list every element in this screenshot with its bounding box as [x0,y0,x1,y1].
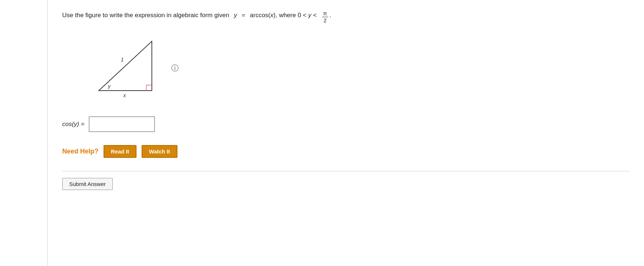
triangle-svg: 1 y x [84,34,165,103]
answer-input[interactable] [89,117,155,132]
figure-area: 1 y x ⓘ [62,34,629,105]
hypotenuse-label: 1 [121,56,124,62]
fraction-numerator: π [322,10,328,17]
need-help-row: Need Help? Read It Watch It [62,145,629,158]
main-content: Use the figure to write the expression i… [48,0,644,266]
question-period: . [330,10,332,20]
triangle-container: 1 y x [84,34,165,105]
answer-row: cos(y) = [62,117,629,132]
question-math-eq: = [242,10,245,20]
question-math-y: y [234,10,237,20]
question-math-func: arccos(x), where 0 < y < [250,10,317,20]
page-container: Use the figure to write the expression i… [0,0,644,266]
read-it-button[interactable]: Read It [104,145,136,158]
cos-label: cos(y) = [62,121,85,128]
info-icon[interactable]: ⓘ [171,63,179,73]
base-label: x [123,92,126,98]
question-prefix: Use the figure to write the expression i… [62,10,229,20]
question-text: Use the figure to write the expression i… [62,10,629,24]
submit-answer-button[interactable]: Submit Answer [62,178,113,190]
left-border [0,0,48,266]
right-angle-mark [146,85,152,91]
triangle-shape [99,41,152,91]
watch-it-button[interactable]: Watch It [142,145,177,158]
pi-fraction: π 2 [322,10,328,24]
fraction-denominator: 2 [322,17,327,24]
angle-label: y [108,83,111,89]
need-help-label: Need Help? [62,148,98,155]
content-area: Use the figure to write the expression i… [0,0,644,266]
submit-row: Submit Answer [62,171,629,197]
